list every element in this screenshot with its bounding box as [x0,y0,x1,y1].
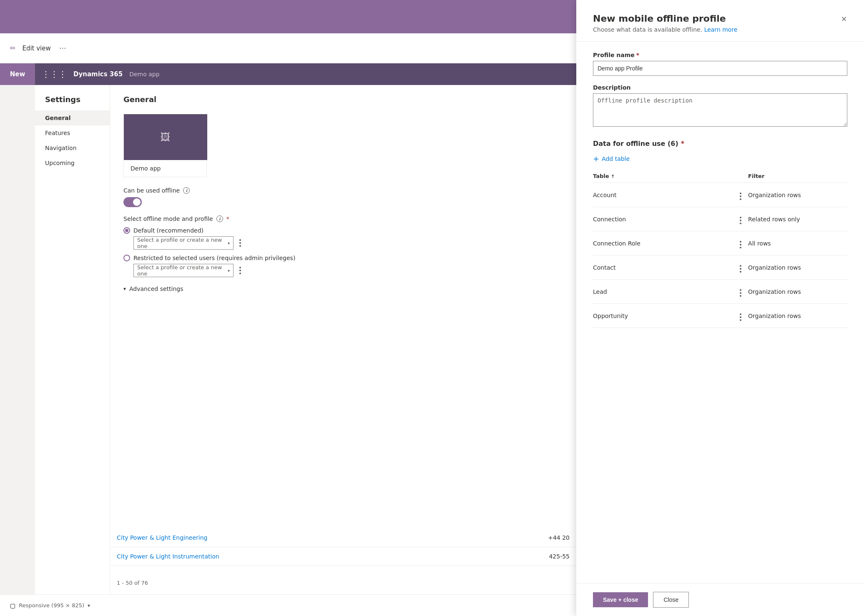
data-section-required-star: * [681,140,684,148]
settings-nav-navigation[interactable]: Navigation [35,140,110,155]
add-table-button[interactable]: + Add table [593,154,847,163]
table-header-name: Table ↑ [593,170,733,183]
app-card-image: 🖼 [124,114,207,160]
radio-default-option: Default (recommended) Select a profile o… [123,227,563,250]
profile-dropdown-default-text: Select a profile or create a new one [137,237,228,249]
profile-more-dots-2[interactable] [237,266,244,275]
bg-pagination: 1 - 50 of 76 [110,575,576,591]
row-more-icon-account[interactable] [737,192,744,201]
row-more-icon-connection-role[interactable] [737,240,744,249]
table-row: Account Organization rows [593,183,847,207]
row-name-lead: Lead [593,280,733,304]
row-dots-account[interactable] [733,183,748,207]
settings-nav-features[interactable]: Features [35,125,110,140]
chevron-down-icon-1: ▾ [228,241,230,245]
row-name-connection-role: Connection Role [593,231,733,255]
profile-dropdown-restricted[interactable]: Select a profile or create a new one ▾ [133,264,234,277]
responsive-label: Responsive (995 × 825) [19,602,84,608]
table-row: Lead Organization rows [593,280,847,304]
close-button[interactable]: Close [653,592,689,608]
row-more-icon-connection[interactable] [737,216,744,225]
profile-selector-default-row: Select a profile or create a new one ▾ [133,236,563,250]
table-header-dots [733,170,748,183]
general-title: General [123,95,563,104]
dynamics-nav-bar: ⋮⋮⋮ Dynamics 365 Demo app [35,63,576,85]
bg-bottom-bar: ▢ Responsive (995 × 825) ▾ [0,594,576,616]
radio-default-label: Default (recommended) [133,227,203,234]
pencil-icon: ✏ [10,44,15,52]
table-row-name-1[interactable]: City Power & Light Engineering [117,534,548,541]
row-name-account: Account [593,183,733,207]
app-icon: 🖼 [161,131,171,143]
modal-body: Profile name * Description Data for offl… [576,42,864,583]
new-button[interactable]: New [0,63,35,85]
row-name-contact: Contact [593,255,733,280]
offline-mode-info-icon[interactable]: i [216,215,223,222]
advanced-settings[interactable]: ▾ Advanced settings [123,285,563,292]
radio-default-row: Default (recommended) [123,227,563,234]
offline-mode-section: Select offline mode and profile i * Defa… [123,215,563,277]
row-more-icon-contact[interactable] [737,264,744,273]
row-dots-connection-role[interactable] [733,231,748,255]
offline-section: Can be used offline i [123,187,563,207]
grid-icon[interactable]: ⋮⋮⋮ [42,69,67,79]
row-dots-lead[interactable] [733,280,748,304]
row-dots-connection[interactable] [733,207,748,231]
chevron-down-icon-2: ▾ [228,268,230,273]
radio-default-circle[interactable] [123,227,130,234]
learn-more-link[interactable]: Learn more [704,26,738,33]
profile-name-group: Profile name * [593,52,847,76]
row-dots-contact[interactable] [733,255,748,280]
sort-icon[interactable]: ↑ [611,174,615,179]
save-close-button[interactable]: Save + close [593,592,648,607]
settings-nav-upcoming[interactable]: Upcoming [35,155,110,170]
row-more-icon-opportunity[interactable] [737,313,744,322]
data-offline-section: Data for offline use (6) * + Add table T… [593,140,847,328]
table-row-phone-2: 425-55 [549,553,570,560]
offline-mode-label: Select offline mode and profile i * [123,215,563,222]
table-row: Contact Organization rows [593,255,847,280]
radio-restricted-row: Restricted to selected users (requires a… [123,255,563,261]
row-filter-contact: Organization rows [748,255,847,280]
row-dots-opportunity[interactable] [733,304,748,328]
table-row: Opportunity Organization rows [593,304,847,328]
row-name-opportunity: Opportunity [593,304,733,328]
advanced-settings-label: Advanced settings [129,285,183,292]
modal-title: New mobile offline profile [593,13,847,24]
table-row: Connection Role All rows [593,231,847,255]
table-row: City Power & Light Instrumentation 425-5… [110,547,576,566]
edit-view-more-dots[interactable]: ··· [59,44,66,53]
row-more-icon-lead[interactable] [737,288,744,298]
offline-data-table: Table ↑ Filter Account Organization rows [593,170,847,328]
responsive-chevron-icon[interactable]: ▾ [88,603,90,608]
profile-selector-restricted-row: Select a profile or create a new one ▾ [133,264,563,277]
table-row: Connection Related rows only [593,207,847,231]
offline-info-icon[interactable]: i [183,187,190,194]
edit-view-label[interactable]: Edit view [22,45,50,52]
profile-name-input[interactable] [593,61,847,76]
close-icon[interactable]: × [837,12,851,25]
modal-panel: New mobile offline profile Choose what d… [576,0,864,616]
row-filter-connection: Related rows only [748,207,847,231]
modal-footer: Save + close Close [576,583,864,616]
offline-toggle[interactable] [123,197,142,207]
settings-title: Settings [35,95,110,110]
edit-view-bar: ✏ Edit view ··· [0,33,576,63]
add-table-label: Add table [602,155,630,162]
data-section-title: Data for offline use (6) * [593,140,847,148]
radio-restricted-circle[interactable] [123,255,130,261]
modal-header: New mobile offline profile Choose what d… [576,0,864,42]
bg-table: City Power & Light Engineering +44 20 Ci… [110,528,576,566]
table-row-name-2[interactable]: City Power & Light Instrumentation [117,553,549,560]
settings-nav-general[interactable]: General [35,110,110,125]
profile-more-dots-1[interactable] [237,238,244,248]
offline-mode-required: * [226,215,229,222]
profile-dropdown-default[interactable]: Select a profile or create a new one ▾ [133,236,234,250]
radio-restricted-label: Restricted to selected users (requires a… [133,255,295,261]
profile-dropdown-restricted-text: Select a profile or create a new one [137,264,228,277]
description-textarea[interactable] [593,93,847,127]
plus-icon: + [593,154,599,163]
new-button-label: New [10,70,25,78]
table-row: City Power & Light Engineering +44 20 [110,528,576,547]
app-name: Demo app [129,71,159,78]
